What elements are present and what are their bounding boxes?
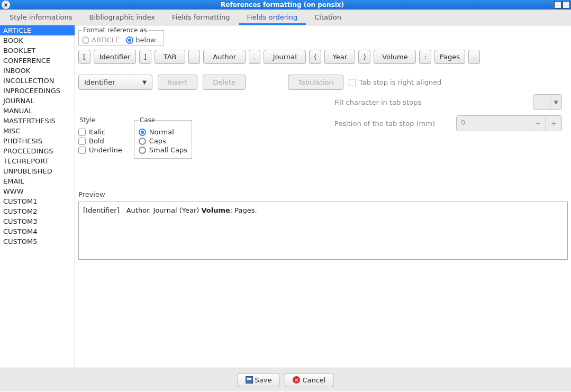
radio-article-label: ARTICLE xyxy=(92,36,120,44)
dialog-footer: Save ✕ Cancel xyxy=(0,368,571,391)
tab-fields-formatting[interactable]: Fields formatting xyxy=(164,10,238,25)
tab-position-spinner[interactable]: 0 − + xyxy=(456,115,562,131)
fill-char-label: Fill character in tab stops xyxy=(334,98,533,106)
tab-style-informations[interactable]: Style informations xyxy=(1,10,81,25)
case-group: Case Normal Caps Small Caps xyxy=(134,116,192,159)
format-as-group: Format reference as ARTICLE below xyxy=(78,26,164,45)
token-[interactable]: . xyxy=(468,50,480,64)
spinner-down-button[interactable]: − xyxy=(530,116,546,131)
maximize-icon[interactable]: □ xyxy=(554,1,561,8)
format-as-legend: Format reference as xyxy=(82,26,148,34)
style-group: Style Italic Bold Underline xyxy=(78,116,126,159)
token-[interactable]: ) xyxy=(358,50,370,64)
token-identifier[interactable]: Identifier xyxy=(94,50,136,64)
underline-label: Underline xyxy=(89,146,122,154)
token-[interactable]: [ xyxy=(78,50,90,64)
save-button[interactable]: Save xyxy=(238,373,280,387)
sidebar-item-masterthesis[interactable]: MASTERTHESIS xyxy=(0,116,75,126)
sidebar-item-conference[interactable]: CONFERENCE xyxy=(0,56,75,66)
case-legend: Case xyxy=(139,116,156,124)
bold-checkbox[interactable] xyxy=(78,138,86,145)
sidebar-item-article[interactable]: ARTICLE xyxy=(0,25,75,35)
underline-checkbox[interactable] xyxy=(78,147,86,154)
sidebar-item-www[interactable]: WWW xyxy=(0,186,75,196)
radio-normal[interactable] xyxy=(139,129,146,136)
minimize-icon[interactable]: ▾ xyxy=(563,1,570,8)
token-author[interactable]: Author xyxy=(203,50,246,64)
italic-label: Italic xyxy=(89,128,105,136)
sidebar-item-inbook[interactable]: INBOOK xyxy=(0,66,75,76)
preview-text-before: [Identifier] Author. Journal (Year) xyxy=(83,206,201,214)
style-legend: Style xyxy=(78,116,96,124)
field-selector-combo[interactable]: Identifier ▼ xyxy=(78,75,152,90)
save-label: Save xyxy=(255,376,272,384)
sidebar-item-proceedings[interactable]: PROCEEDINGS xyxy=(0,146,75,156)
sidebar-item-incollection[interactable]: INCOLLECTION xyxy=(0,76,75,86)
preview-text-after: : Pages. xyxy=(230,206,257,214)
fill-char-combo[interactable]: ▼ xyxy=(533,94,562,110)
token-[interactable]: . xyxy=(249,50,260,64)
spinner-up-button[interactable]: + xyxy=(546,116,561,131)
preview-label: Preview xyxy=(78,190,568,198)
delete-button[interactable]: Delete xyxy=(203,75,246,90)
sidebar-item-inproceedings[interactable]: INPROCEEDINGS xyxy=(0,86,75,96)
token-journal[interactable]: Journal xyxy=(264,50,306,64)
token-[interactable]: ] xyxy=(139,50,151,64)
window-title: References formatting (on pensix) xyxy=(12,1,553,8)
preview-text-bold: Volume xyxy=(201,206,230,214)
tab-bar: Style informations Bibliographic index F… xyxy=(0,10,571,25)
radio-below-label: below xyxy=(135,36,156,44)
radio-article[interactable] xyxy=(82,37,89,44)
radio-caps[interactable] xyxy=(139,138,146,145)
save-icon xyxy=(246,376,253,384)
close-icon[interactable]: × xyxy=(2,1,10,9)
token-sequence: [Identifier]TABAuthor.Journal(Year)Volum… xyxy=(78,50,568,64)
tab-fields-ordering[interactable]: Fields ordering xyxy=(239,10,306,25)
cancel-button[interactable]: ✕ Cancel xyxy=(285,373,333,387)
normal-label: Normal xyxy=(149,128,174,136)
tab-citation[interactable]: Citation xyxy=(306,10,350,25)
sidebar-item-custom2[interactable]: CUSTOM2 xyxy=(0,206,75,216)
token-pages[interactable]: Pages xyxy=(434,50,465,64)
field-selector-value: Identifier xyxy=(84,78,115,86)
small-caps-label: Small Caps xyxy=(149,146,187,154)
sidebar-item-custom4[interactable]: CUSTOM4 xyxy=(0,226,75,236)
sidebar-item-manual[interactable]: MANUAL xyxy=(0,106,75,116)
italic-checkbox[interactable] xyxy=(78,129,86,136)
sidebar-item-email[interactable]: EMAIL xyxy=(0,176,75,186)
sidebar-item-journal[interactable]: JOURNAL xyxy=(0,96,75,106)
cancel-label: Cancel xyxy=(302,376,325,384)
sidebar-item-book[interactable]: BOOK xyxy=(0,35,75,45)
radio-small-caps[interactable] xyxy=(139,147,146,154)
tab-position-label: Position of the tab stop (mm) xyxy=(334,120,456,127)
token-volume[interactable]: Volume xyxy=(374,50,416,64)
sidebar-item-techreport[interactable]: TECHREPORT xyxy=(0,156,75,166)
preview-box: [Identifier] Author. Journal (Year) Volu… xyxy=(78,202,568,260)
token-[interactable]: : xyxy=(419,50,431,64)
token-[interactable]: ( xyxy=(309,50,321,64)
radio-below[interactable] xyxy=(126,37,133,44)
tab-position-value: 0 xyxy=(457,116,530,131)
tab-bibliographic-index[interactable]: Bibliographic index xyxy=(81,10,164,25)
insert-button[interactable]: Insert xyxy=(158,75,197,90)
window-titlebar: × References formatting (on pensix) □ ▾ xyxy=(0,0,571,10)
sidebar-item-unpublished[interactable]: UNPUBLISHED xyxy=(0,166,75,176)
chevron-down-icon: ▼ xyxy=(142,79,147,85)
chevron-down-icon: ▼ xyxy=(550,95,561,110)
sidebar-item-custom3[interactable]: CUSTOM3 xyxy=(0,216,75,226)
caps-label: Caps xyxy=(149,137,166,145)
sidebar-item-booklet[interactable]: BOOKLET xyxy=(0,45,75,56)
sidebar-item-phdthesis[interactable]: PHDTHESIS xyxy=(0,136,75,146)
token-blank[interactable] xyxy=(188,50,200,64)
tab-options: Fill character in tab stops ▼ Position o… xyxy=(334,72,562,136)
token-year[interactable]: Year xyxy=(324,50,355,64)
entry-type-list[interactable]: ARTICLEBOOKBOOKLETCONFERENCEINBOOKINCOLL… xyxy=(0,25,75,368)
sidebar-item-custom5[interactable]: CUSTOM5 xyxy=(0,236,75,247)
bold-label: Bold xyxy=(89,137,104,145)
token-tab[interactable]: TAB xyxy=(155,50,185,64)
sidebar-item-misc[interactable]: MISC xyxy=(0,126,75,136)
sidebar-item-custom1[interactable]: CUSTOM1 xyxy=(0,196,75,206)
cancel-icon: ✕ xyxy=(293,376,300,384)
